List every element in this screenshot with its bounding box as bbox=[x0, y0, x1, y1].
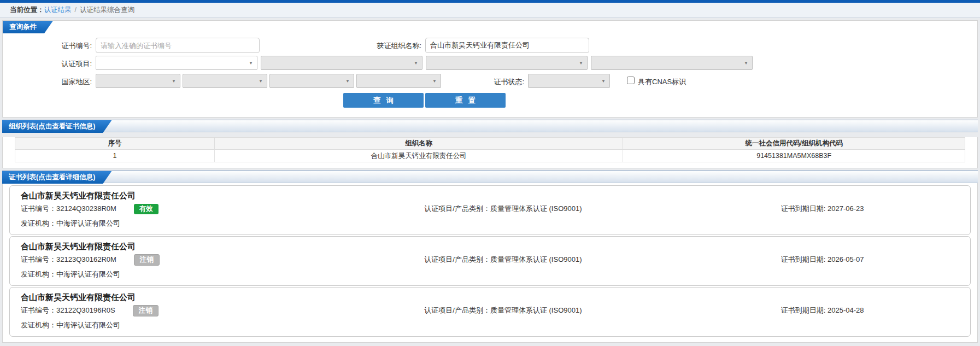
cert-no-input[interactable] bbox=[96, 38, 260, 53]
cert-no-field-label: 证书编号： bbox=[21, 306, 56, 314]
chevron-down-icon: ▼ bbox=[249, 56, 253, 71]
certificate-card[interactable]: 合山市新昊天钙业有限责任公司 证书编号：32122Q30196R0S 注销 认证… bbox=[9, 287, 971, 337]
cert-project-field-label: 认证项目/产品类别： bbox=[424, 306, 490, 314]
cert-no-field-label: 证书编号： bbox=[21, 255, 56, 263]
form-row-2: 认证项目: ▼ ▼ ▼ ▼ bbox=[3, 55, 977, 73]
org-table-header-index: 序号 bbox=[15, 138, 215, 150]
status-badge: 注销 bbox=[134, 254, 160, 266]
region-select-1[interactable]: ▼ bbox=[96, 74, 180, 88]
chevron-down-icon: ▼ bbox=[414, 56, 418, 71]
org-row-code[interactable]: 91451381MA5MX68B3F bbox=[623, 150, 965, 162]
cert-expiry-field: 证书到期日期: 2025-04-28 bbox=[781, 306, 959, 315]
card-org-name: 合山市新昊天钙业有限责任公司 bbox=[21, 240, 959, 253]
cert-expiry-field: 证书到期日期: 2026-05-07 bbox=[781, 255, 959, 265]
cert-issuer-field: 发证机构：中海评认证有限公司 bbox=[21, 319, 959, 332]
cert-no-field: 证书编号：32123Q30162R0M bbox=[21, 255, 116, 265]
breadcrumb-separator: / bbox=[75, 6, 77, 14]
chevron-down-icon: ▼ bbox=[259, 74, 263, 89]
region-select-2[interactable]: ▼ bbox=[183, 74, 267, 88]
org-name-label: 获证组织名称: bbox=[298, 40, 421, 52]
org-list-section-title: 组织列表(点击查看证书信息) bbox=[2, 120, 112, 133]
card-org-name: 合山市新昊天钙业有限责任公司 bbox=[21, 189, 959, 202]
chevron-down-icon: ▼ bbox=[579, 56, 583, 71]
search-button[interactable]: 查询 bbox=[343, 93, 424, 108]
certificate-card[interactable]: 合山市新昊天钙业有限责任公司 证书编号：32123Q30162R0M 注销 认证… bbox=[9, 236, 971, 286]
breadcrumb-current: 认证结果综合查询 bbox=[80, 6, 134, 14]
cert-no-field: 证书编号：32124Q30238R0M bbox=[21, 204, 116, 214]
cert-project-select-3[interactable]: ▼ bbox=[426, 56, 588, 70]
cert-no-value: 32123Q30162R0M bbox=[56, 255, 116, 263]
breadcrumb-link-renzhengjieguo[interactable]: 认证结果 bbox=[44, 6, 72, 14]
org-list-section: 组织列表(点击查看证书信息) 序号 组织名称 统一社会信用代码/组织机构代码 1… bbox=[2, 120, 978, 168]
cert-expiry-field: 证书到期日期: 2027-06-23 bbox=[781, 204, 959, 214]
cnas-checkbox[interactable] bbox=[627, 77, 635, 84]
region-select-3[interactable]: ▼ bbox=[269, 74, 354, 88]
cert-project-label: 认证项目: bbox=[3, 58, 92, 70]
cert-issuer-field: 发证机构：中海评认证有限公司 bbox=[21, 268, 959, 281]
breadcrumb: 当前位置：认证结果/认证结果综合查询 bbox=[0, 3, 980, 17]
cert-project-value: 质量管理体系认证 (ISO9001) bbox=[490, 255, 582, 263]
cert-issuer-field-label: 发证机构： bbox=[21, 270, 56, 278]
org-list-section-bar: 组织列表(点击查看证书信息) bbox=[2, 120, 978, 132]
breadcrumb-prefix: 当前位置： bbox=[10, 6, 44, 14]
cert-issuer-value: 中海评认证有限公司 bbox=[56, 270, 120, 278]
cert-list-section: 证书列表(点击查看详细信息) 合山市新昊天钙业有限责任公司 证书编号：32124… bbox=[2, 171, 978, 343]
cert-expiry-value: 2025-04-28 bbox=[828, 306, 864, 314]
cert-issuer-value: 中海评认证有限公司 bbox=[56, 321, 120, 329]
query-panel-title: 查询条件 bbox=[3, 21, 53, 33]
org-row-index[interactable]: 1 bbox=[15, 150, 215, 162]
form-row-1: 证书编号: 获证组织名称: bbox=[3, 37, 977, 55]
cert-list-section-title: 证书列表(点击查看详细信息) bbox=[2, 171, 112, 184]
org-row-name[interactable]: 合山市新昊天钙业有限责任公司 bbox=[214, 150, 623, 162]
region-label: 国家地区: bbox=[3, 76, 92, 88]
org-table-header-name: 组织名称 bbox=[214, 138, 623, 150]
status-badge: 注销 bbox=[133, 305, 159, 316]
card-detail-row: 证书编号：32124Q30238R0M 有效 认证项目/产品类别：质量管理体系认… bbox=[21, 202, 959, 216]
cert-expiry-value: 2027-06-23 bbox=[828, 204, 864, 213]
cnas-label: 具有CNAS标识 bbox=[638, 76, 725, 88]
card-org-name: 合山市新昊天钙业有限责任公司 bbox=[21, 291, 959, 303]
cert-project-field-label: 认证项目/产品类别： bbox=[424, 204, 490, 213]
chevron-down-icon: ▼ bbox=[345, 74, 350, 89]
org-table-header-row: 序号 组织名称 统一社会信用代码/组织机构代码 bbox=[15, 138, 965, 150]
cert-status-label: 证书状态: bbox=[451, 76, 524, 88]
chevron-down-icon: ▼ bbox=[432, 74, 437, 89]
certificate-card[interactable]: 合山市新昊天钙业有限责任公司 证书编号：32124Q30238R0M 有效 认证… bbox=[9, 185, 971, 235]
card-detail-row: 证书编号：32123Q30162R0M 注销 认证项目/产品类别：质量管理体系认… bbox=[21, 253, 959, 267]
org-name-input[interactable] bbox=[425, 38, 589, 53]
status-badge: 有效 bbox=[134, 204, 159, 214]
region-select-4[interactable]: ▼ bbox=[356, 74, 441, 88]
cert-issuer-field-label: 发证机构： bbox=[21, 219, 56, 227]
cert-issuer-field-label: 发证机构： bbox=[21, 321, 56, 329]
cert-expiry-field-label: 证书到期日期: bbox=[781, 306, 828, 314]
cert-project-select-4[interactable]: ▼ bbox=[591, 56, 753, 70]
cert-issuer-field: 发证机构：中海评认证有限公司 bbox=[21, 217, 959, 230]
cert-project-select-2[interactable]: ▼ bbox=[261, 56, 422, 70]
cert-project-select-1[interactable]: ▼ bbox=[96, 56, 257, 70]
cert-expiry-field-label: 证书到期日期: bbox=[781, 204, 828, 213]
org-list-body: 序号 组织名称 统一社会信用代码/组织机构代码 1 合山市新昊天钙业有限责任公司… bbox=[2, 137, 978, 168]
cert-expiry-value: 2026-05-07 bbox=[828, 255, 864, 263]
cert-project-value: 质量管理体系认证 (ISO9001) bbox=[490, 306, 582, 314]
cert-status-select[interactable]: ▼ bbox=[528, 74, 610, 88]
cert-project-field: 认证项目/产品类别：质量管理体系认证 (ISO9001) bbox=[424, 306, 781, 315]
button-row: 查询 重置 bbox=[3, 91, 977, 112]
reset-button[interactable]: 重置 bbox=[425, 93, 506, 108]
cert-expiry-field-label: 证书到期日期: bbox=[781, 255, 828, 263]
cert-list-body: 合山市新昊天钙业有限责任公司 证书编号：32124Q30238R0M 有效 认证… bbox=[2, 183, 978, 343]
chevron-down-icon: ▼ bbox=[601, 74, 606, 89]
cert-no-value: 32124Q30238R0M bbox=[56, 204, 116, 213]
cert-project-field-label: 认证项目/产品类别： bbox=[424, 255, 490, 263]
cert-no-field: 证书编号：32122Q30196R0S bbox=[21, 306, 115, 315]
cert-project-field: 认证项目/产品类别：质量管理体系认证 (ISO9001) bbox=[424, 255, 781, 265]
form-row-3: 国家地区: ▼ ▼ ▼ ▼ 证书状态: ▼ 具有CNAS标识 bbox=[3, 73, 977, 90]
cert-list-section-bar: 证书列表(点击查看详细信息) bbox=[2, 171, 978, 183]
cert-no-label: 证书编号: bbox=[3, 40, 92, 52]
org-table-row[interactable]: 1 合山市新昊天钙业有限责任公司 91451381MA5MX68B3F bbox=[15, 150, 965, 162]
cert-no-value: 32122Q30196R0S bbox=[56, 306, 115, 314]
cert-project-field: 认证项目/产品类别：质量管理体系认证 (ISO9001) bbox=[424, 204, 781, 214]
org-table: 序号 组织名称 统一社会信用代码/组织机构代码 1 合山市新昊天钙业有限责任公司… bbox=[15, 137, 965, 162]
chevron-down-icon: ▼ bbox=[744, 56, 748, 71]
org-table-header-code: 统一社会信用代码/组织机构代码 bbox=[623, 138, 965, 150]
card-detail-row: 证书编号：32122Q30196R0S 注销 认证项目/产品类别：质量管理体系认… bbox=[21, 303, 959, 318]
